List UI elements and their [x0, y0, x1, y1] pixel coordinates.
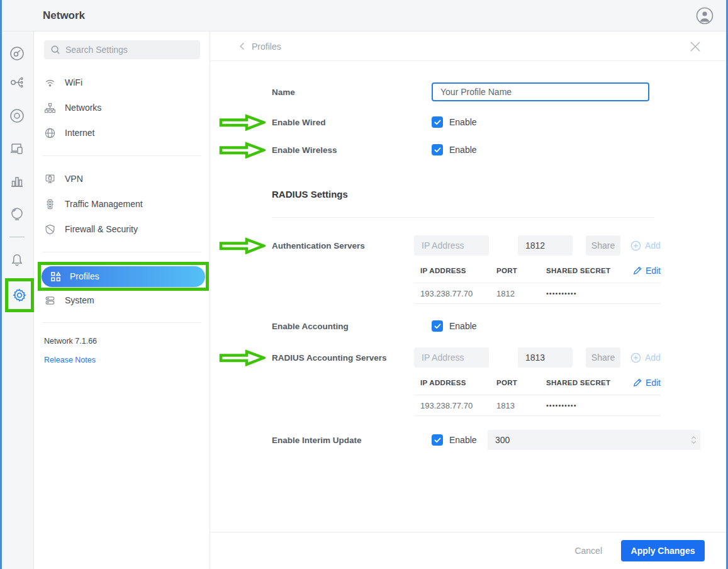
row-secret: ••••••••••	[546, 290, 661, 297]
enable-checkbox-label: Enable	[449, 321, 477, 331]
cancel-button[interactable]: Cancel	[574, 546, 602, 556]
sidebar-item-firewall-security[interactable]: Firewall & Security	[44, 222, 200, 237]
acct-share-button[interactable]: Share	[586, 347, 620, 368]
lightbulb-icon[interactable]	[9, 206, 25, 222]
row-secret: ••••••••••	[546, 402, 661, 409]
authentication-servers-label: Authentication Servers	[272, 241, 423, 251]
sidebar-item-traffic-management[interactable]: Traffic Management	[44, 196, 200, 211]
row-port: 1812	[496, 289, 546, 298]
checkbox-checked-icon	[432, 144, 443, 155]
sidebar-divider	[43, 252, 201, 252]
settings-sidebar: Search Settings WiFi Networks Internet V…	[34, 31, 210, 569]
col-ip-address: IP ADDRESS	[420, 379, 496, 386]
enable-checkbox-label: Enable	[449, 117, 477, 127]
sidebar-item-internet[interactable]: Internet	[44, 125, 200, 140]
interim-seconds-input[interactable]	[488, 430, 686, 450]
interim-seconds-field	[488, 430, 700, 450]
auth-ip-address-input[interactable]	[414, 235, 489, 256]
annotation-box-gear	[5, 278, 34, 312]
sidebar-divider	[43, 322, 201, 323]
annotation-arrow	[219, 349, 266, 366]
sidebar-item-vpn[interactable]: VPN	[44, 171, 200, 186]
insights-icon[interactable]	[9, 174, 25, 189]
traffic-light-icon	[44, 198, 56, 210]
chevron-up-icon	[691, 436, 697, 439]
radius-settings-heading: RADIUS Settings	[272, 189, 348, 200]
enable-wired-label: Enable Wired	[272, 118, 423, 127]
sidebar-item-system[interactable]: System	[44, 293, 200, 308]
bell-icon[interactable]	[9, 252, 25, 267]
acct-ip-address-input[interactable]	[414, 347, 489, 368]
enable-checkbox-label: Enable	[449, 435, 477, 445]
acct-server-row[interactable]: 193.238.77.70 1813 ••••••••••	[414, 395, 661, 416]
enable-wireless-checkbox[interactable]: Enable	[432, 144, 477, 155]
clients-icon[interactable]	[9, 141, 25, 156]
checkbox-checked-icon	[432, 434, 443, 446]
profile-name-input[interactable]	[432, 82, 649, 101]
enable-wired-row: Enable Wired Enable	[210, 116, 726, 129]
number-stepper[interactable]	[686, 436, 700, 444]
devices-icon[interactable]	[9, 108, 25, 123]
topbar: Network	[0, 0, 728, 31]
app-window: Network	[0, 0, 728, 569]
panel-header: Profiles	[210, 31, 726, 61]
app-title: Network	[43, 0, 85, 31]
sidebar-item-label: Firewall & Security	[65, 224, 138, 234]
search-input[interactable]: Search Settings	[44, 40, 200, 59]
sidebar-item-profiles[interactable]: Profiles	[42, 266, 205, 287]
icon-rail	[0, 31, 34, 569]
enable-wired-checkbox[interactable]: Enable	[432, 116, 477, 128]
auth-port-input[interactable]	[518, 235, 573, 256]
gear-icon[interactable]	[12, 288, 27, 303]
accounting-servers-label: RADIUS Accounting Servers	[272, 353, 423, 363]
enable-accounting-row: Enable Accounting Enable	[210, 320, 726, 333]
interim-update-checkbox[interactable]: Enable	[432, 434, 477, 446]
auth-edit-button[interactable]: Edit	[633, 266, 661, 276]
col-port: PORT	[496, 267, 546, 274]
section-divider	[272, 217, 654, 218]
annotation-arrow	[219, 114, 266, 131]
server-stack-icon	[44, 295, 56, 307]
sidebar-item-label: WiFi	[65, 77, 82, 87]
sidebar-item-networks[interactable]: Networks	[44, 100, 200, 115]
sidebar-item-label: VPN	[65, 174, 83, 184]
back-breadcrumb[interactable]: Profiles	[239, 31, 281, 61]
topology-icon[interactable]	[9, 75, 25, 90]
dashboard-icon[interactable]	[9, 46, 25, 61]
interim-update-row: Enable Interim Update Enable	[210, 430, 726, 450]
auth-add-button[interactable]: Add	[630, 240, 661, 251]
sidebar-item-label: Profiles	[70, 271, 99, 281]
auth-server-row[interactable]: 193.238.77.70 1812 ••••••••••	[414, 283, 661, 304]
wifi-icon	[44, 77, 56, 89]
acct-add-button[interactable]: Add	[630, 352, 661, 363]
sidebar-item-wifi[interactable]: WiFi	[44, 75, 200, 90]
enable-accounting-label: Enable Accounting	[272, 322, 423, 331]
globe-icon	[44, 127, 56, 139]
sidebar-item-label: Internet	[65, 128, 94, 138]
close-icon[interactable]	[690, 41, 701, 52]
acct-table-header: IP ADDRESS PORT SHARED SECRET Edit	[414, 378, 661, 388]
apply-changes-button[interactable]: Apply Changes	[621, 540, 705, 561]
enable-wireless-label: Enable Wireless	[272, 145, 423, 155]
annotation-box-profiles: Profiles	[38, 262, 209, 291]
profile-edit-panel: Profiles Name Enable Wired Enable	[210, 31, 726, 569]
release-notes-link[interactable]: Release Notes	[44, 356, 96, 364]
profiles-icon	[50, 271, 61, 282]
row-ip: 193.238.77.70	[420, 289, 496, 298]
user-avatar-icon[interactable]	[696, 7, 714, 25]
pencil-icon	[633, 378, 642, 387]
plus-circle-icon	[630, 352, 641, 363]
acct-edit-button[interactable]: Edit	[633, 378, 661, 388]
acct-port-input[interactable]	[518, 347, 573, 368]
sidebar-item-label: Networks	[65, 103, 101, 113]
col-port: PORT	[496, 379, 546, 386]
window-edge-left	[0, 0, 2, 569]
name-row: Name	[210, 82, 726, 101]
auth-share-button[interactable]: Share	[586, 235, 620, 256]
search-placeholder: Search Settings	[65, 45, 128, 55]
enable-accounting-checkbox[interactable]: Enable	[432, 320, 477, 332]
sidebar-divider	[43, 155, 201, 156]
enable-checkbox-label: Enable	[449, 145, 477, 155]
sidebar-item-label: System	[65, 295, 94, 305]
chevron-down-icon	[691, 441, 697, 444]
